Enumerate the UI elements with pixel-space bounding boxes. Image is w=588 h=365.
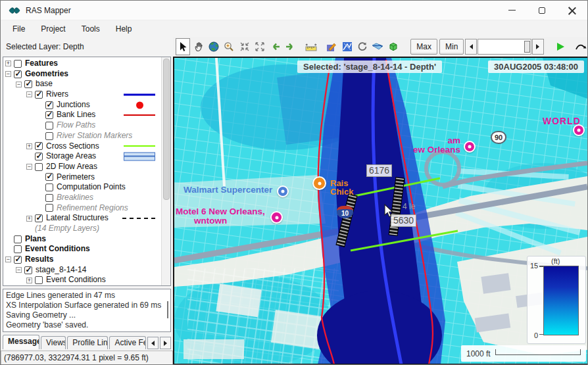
layer-checkbox[interactable]: [14, 256, 22, 264]
tab-profile-lines[interactable]: Profile Lines: [67, 336, 108, 349]
layer-checkbox[interactable]: [35, 91, 43, 99]
layer-checkbox[interactable]: [35, 163, 43, 171]
layer-checkbox[interactable]: [14, 235, 22, 243]
layer-checkbox[interactable]: [45, 132, 53, 140]
messages-pane[interactable]: Edge Lines generated in 47 msXS Interpol…: [3, 289, 171, 332]
menu-project[interactable]: Project: [33, 22, 73, 36]
expander-plus-icon[interactable]: [26, 143, 32, 149]
select-tool-button[interactable]: [176, 38, 190, 55]
zoom-tool-button[interactable]: [222, 38, 236, 55]
expander-minus-icon[interactable]: [16, 82, 22, 87]
expander-plus-icon[interactable]: [26, 216, 32, 222]
layer-checkbox[interactable]: [45, 204, 53, 212]
tree-item-base[interactable]: base: [4, 79, 160, 89]
layer-checkbox[interactable]: [45, 173, 53, 181]
layer-checkbox[interactable]: [45, 183, 53, 191]
tree-item-plans[interactable]: Plans: [4, 234, 160, 245]
expander-minus-icon[interactable]: [5, 71, 11, 77]
minimize-button[interactable]: [497, 1, 527, 20]
tree-item-14-empty-layers[interactable]: (14 Empty Layers): [4, 224, 160, 234]
tab-messages[interactable]: Messages: [3, 335, 39, 349]
tree-item-results[interactable]: Results: [4, 255, 160, 265]
edit-geometry-button[interactable]: [324, 38, 339, 55]
time-slider-thumb[interactable]: [524, 41, 530, 53]
tab-scroll-right-button[interactable]: [160, 337, 171, 349]
3d-viewer-button[interactable]: [386, 38, 401, 55]
maximize-button[interactable]: [527, 1, 557, 20]
min-button[interactable]: Min: [439, 39, 464, 55]
close-button[interactable]: [557, 1, 587, 20]
expander-plus-icon[interactable]: [5, 61, 11, 66]
expander-plus-icon[interactable]: [26, 278, 32, 283]
layer-checkbox[interactable]: [45, 111, 53, 119]
animation-speed-button[interactable]: [574, 38, 588, 55]
tree-item-features[interactable]: Features: [4, 59, 160, 69]
layer-checkbox[interactable]: [14, 60, 22, 68]
menu-help[interactable]: Help: [108, 22, 140, 36]
tree-item-lateral-structures[interactable]: Lateral Structures: [4, 213, 160, 224]
tree-item-event-conditions[interactable]: Event Conditions: [4, 244, 160, 255]
measure-tool-button[interactable]: [304, 38, 318, 55]
tree-item-2d-flow-areas[interactable]: 2D Flow Areas: [4, 162, 160, 172]
xs-plot-icon: [341, 41, 353, 53]
layer-checkbox[interactable]: [14, 245, 22, 253]
tree-scrollbar[interactable]: [161, 57, 170, 285]
tree-item-cross-sections[interactable]: Cross Sections: [4, 141, 160, 152]
layer-checkbox[interactable]: [35, 142, 43, 150]
plot-cross-section-button[interactable]: [340, 38, 355, 55]
tab-active-fea[interactable]: Active Fea: [109, 336, 146, 349]
play-animation-button[interactable]: [553, 38, 568, 55]
tree-item-geometries[interactable]: Geometries: [4, 69, 160, 80]
tree-item-junctions[interactable]: Junctions: [4, 100, 160, 110]
menu-file[interactable]: File: [5, 22, 33, 36]
previous-view-button[interactable]: [268, 38, 282, 55]
messages-scrollbar[interactable]: [167, 301, 168, 318]
right-triangle-icon: [164, 341, 167, 346]
layer-tree[interactable]: FeaturesGeometriesbaseRiversJunctionsBan…: [3, 57, 171, 286]
menu-tools[interactable]: Tools: [74, 22, 108, 36]
layer-checkbox[interactable]: [45, 194, 53, 202]
tab-views[interactable]: Views: [41, 336, 66, 349]
layer-checkbox[interactable]: [35, 214, 43, 222]
expander-minus-icon[interactable]: [26, 164, 32, 170]
bottom-tabs: MessagesViewsProfile LinesActive Fea: [3, 333, 171, 349]
scale-bar: 1000 ft: [461, 345, 586, 362]
tree-item-event-conditions[interactable]: Event Conditions: [4, 275, 160, 285]
expander-minus-icon[interactable]: [16, 267, 22, 273]
tree-item-refinement-regions[interactable]: Refinement Regions: [4, 203, 160, 214]
tree-item-computation-points[interactable]: Computation Points: [4, 182, 160, 193]
tree-item-storage-areas[interactable]: Storage Areas: [4, 151, 160, 162]
tree-item-stage-8-14-14[interactable]: stage_8-14-14: [4, 265, 160, 276]
tree-item-flow-paths[interactable]: Flow Paths: [4, 120, 160, 131]
zoom-extents-button[interactable]: [207, 38, 221, 55]
layer-checkbox[interactable]: [35, 153, 43, 160]
layer-checkbox[interactable]: [24, 266, 32, 274]
tree-item-river-station-markers[interactable]: River Station Markers: [4, 131, 160, 141]
tree-item-perimeters[interactable]: Perimeters: [4, 172, 160, 183]
tree-scrollbar-thumb[interactable]: [163, 59, 170, 200]
next-view-button[interactable]: [283, 38, 297, 55]
layer-checkbox[interactable]: [14, 70, 22, 78]
tab-scroll-left-button[interactable]: [147, 337, 159, 349]
tree-item-label: Features: [25, 59, 58, 69]
tree-item-breaklines[interactable]: Breaklines: [4, 193, 160, 203]
expander-minus-icon[interactable]: [26, 91, 32, 97]
tree-item-bank-lines[interactable]: Bank Lines: [4, 110, 160, 120]
layer-checkbox[interactable]: [35, 276, 43, 284]
time-slider[interactable]: [478, 39, 531, 55]
pan-tool-button[interactable]: [191, 38, 205, 55]
layer-checkbox[interactable]: [45, 122, 53, 130]
tree-item-label: Junctions: [57, 100, 90, 110]
timestep-forward-button[interactable]: [532, 39, 544, 55]
layer-checkbox[interactable]: [45, 101, 53, 109]
timestep-back-button[interactable]: [465, 39, 477, 55]
zoom-out-window-button[interactable]: [253, 38, 267, 55]
compute-button[interactable]: [355, 38, 370, 55]
expander-minus-icon[interactable]: [5, 256, 11, 262]
tree-item-rivers[interactable]: Rivers: [4, 89, 160, 100]
zoom-in-window-button[interactable]: [237, 38, 251, 55]
map-view[interactable]: Selected: 'stage_8-14-14 - Depth' 30AUG2…: [173, 57, 588, 365]
profile-lines-button[interactable]: [370, 38, 385, 55]
layer-checkbox[interactable]: [24, 80, 32, 88]
max-button[interactable]: Max: [410, 39, 437, 55]
